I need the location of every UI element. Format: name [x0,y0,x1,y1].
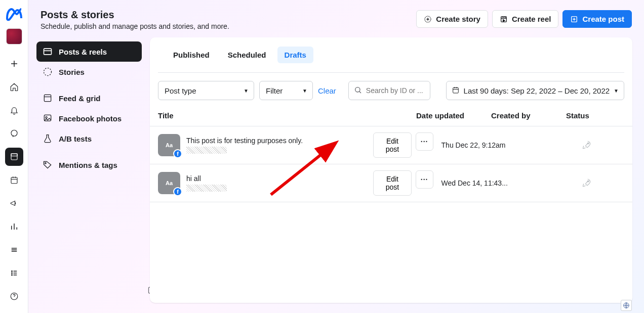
table-row[interactable]: Aa f hi all Edit post ··· Wed Dec 14, 11… [150,164,632,202]
edit-post-button[interactable]: Edit post [373,170,412,196]
meta-logo [5,5,23,23]
sidebar-item-stories[interactable]: Stories [36,62,142,82]
calendar-icon[interactable] [5,171,23,189]
rocket-icon [582,140,592,150]
column-date-updated: Date updated [416,111,491,120]
facebook-badge-icon: f [173,149,182,158]
post-subtitle-redacted [186,185,227,192]
create-post-button[interactable]: Create post [562,10,632,28]
facebook-badge-icon: f [173,187,182,196]
sidebar-item-mentions-tags[interactable]: Mentions & tags [36,155,142,175]
more-options-button[interactable]: ··· [416,132,433,151]
filters-row: Post type ▼ Filter ▼ Clear Last 90 days:… [150,73,632,100]
svg-point-6 [11,275,12,276]
globe-icon[interactable] [621,300,632,311]
svg-rect-8 [44,49,52,55]
stories-icon [43,67,53,77]
svg-rect-19 [453,87,458,93]
insights-icon[interactable] [5,217,23,236]
tab-scheduled[interactable]: Scheduled [221,47,273,63]
help-icon[interactable] [5,287,23,305]
clear-link[interactable]: Clear [318,86,336,95]
tabs: Published Scheduled Drafts [150,37,632,63]
post-thumbnail: Aa f [158,134,180,156]
tag-icon [43,160,53,170]
table-header: Title Date updated Created by Status [150,100,632,126]
status-cell [582,140,624,151]
button-label: Create reel [512,15,551,23]
bell-icon[interactable] [5,101,23,119]
column-title: Title [158,111,416,120]
create-story-button[interactable]: Create story [416,10,488,28]
column-status: Status [566,111,612,120]
sidebar-item-label: Feed & grid [59,94,101,103]
svg-rect-1 [11,154,17,160]
post-thumbnail: Aa f [158,172,180,194]
search-box[interactable] [348,81,430,100]
megaphone-icon[interactable] [5,194,23,212]
svg-point-5 [11,273,12,274]
sidebar-item-label: Posts & reels [59,48,107,56]
sidebar-item-label: A/B tests [59,135,92,143]
home-icon[interactable] [5,78,23,96]
select-label: Filter [266,86,283,95]
date-updated-cell: Wed Dec 14, 11:43... [441,179,512,187]
search-input[interactable] [366,86,425,95]
status-cell [582,177,624,189]
post-title: hi all [186,174,227,183]
date-updated-cell: Thu Dec 22, 9:12am [441,141,512,149]
tab-published[interactable]: Published [166,47,217,63]
feed-icon [43,93,53,103]
chevron-down-icon: ▼ [244,88,249,94]
ellipsis-icon: ··· [421,175,428,184]
svg-rect-3 [11,177,17,184]
edit-post-button[interactable]: Edit post [373,132,412,158]
tab-drafts[interactable]: Drafts [277,47,313,63]
chevron-down-icon: ▼ [614,88,619,94]
calendar-icon [452,86,460,96]
svg-point-18 [355,87,360,92]
more-options-button[interactable]: ··· [416,170,433,189]
ellipsis-icon: ··· [421,138,428,146]
menu-icon[interactable] [5,241,23,259]
create-reel-button[interactable]: Create reel [492,10,559,28]
left-rail [0,0,28,313]
flask-icon [43,133,53,144]
filter-select[interactable]: Filter ▼ [259,81,313,100]
column-created-by: Created by [491,111,566,120]
sidebar-item-label: Facebook photos [59,114,122,123]
post-title: This post is for testing purposes only. [186,137,303,145]
select-label: Post type [165,86,196,95]
chevron-down-icon: ▼ [302,88,307,94]
posts-icon [43,47,53,57]
list-icon[interactable] [5,264,23,282]
rocket-icon [582,177,592,188]
sidebar-item-facebook-photos[interactable]: Facebook photos [36,108,142,128]
date-range-select[interactable]: Last 90 days: Sep 22, 2022 – Dec 20, 202… [446,81,624,100]
chat-icon[interactable] [5,124,23,143]
date-range-label: Last 90 days: Sep 22, 2022 – Dec 20, 202… [464,86,610,95]
button-label: Create story [436,15,480,23]
page-avatar[interactable] [6,28,22,44]
plus-icon[interactable] [5,55,23,73]
reel-icon [500,15,508,23]
sidebar-item-label: Stories [59,68,85,76]
post-icon [570,15,578,23]
photos-icon [43,113,53,123]
svg-point-9 [44,68,52,76]
content-icon[interactable] [5,148,23,166]
sidebar-item-feed-grid[interactable]: Feed & grid [36,88,142,108]
table-row[interactable]: Aa f This post is for testing purposes o… [150,126,632,164]
button-label: Create post [582,15,624,23]
sidebar-item-posts-reels[interactable]: Posts & reels [36,41,142,62]
sidebar-item-ab-tests[interactable]: A/B tests [36,128,142,149]
post-subtitle-redacted [186,147,227,154]
sidebar-item-label: Mentions & tags [59,161,117,169]
header-actions: Create story Create reel Create post [416,10,632,28]
svg-point-4 [11,271,12,272]
svg-rect-10 [44,95,51,101]
svg-rect-2 [11,154,17,156]
main-panel: Published Scheduled Drafts Post type ▼ F… [150,37,632,303]
post-type-select[interactable]: Post type ▼ [158,81,254,100]
svg-point-12 [46,117,47,118]
